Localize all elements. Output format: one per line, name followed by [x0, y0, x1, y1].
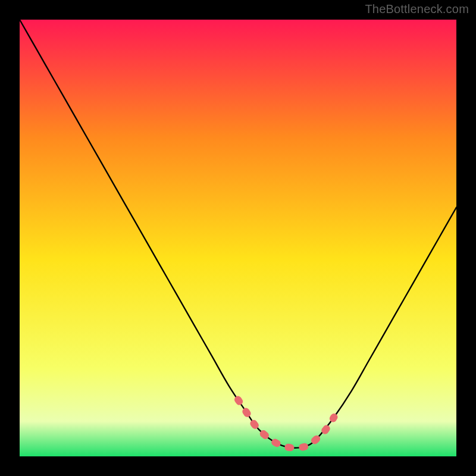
- chart-stage: TheBottleneck.com: [0, 0, 476, 476]
- chart-svg: [0, 0, 476, 476]
- watermark-text: TheBottleneck.com: [365, 2, 469, 16]
- plot-gradient-area: [20, 20, 456, 456]
